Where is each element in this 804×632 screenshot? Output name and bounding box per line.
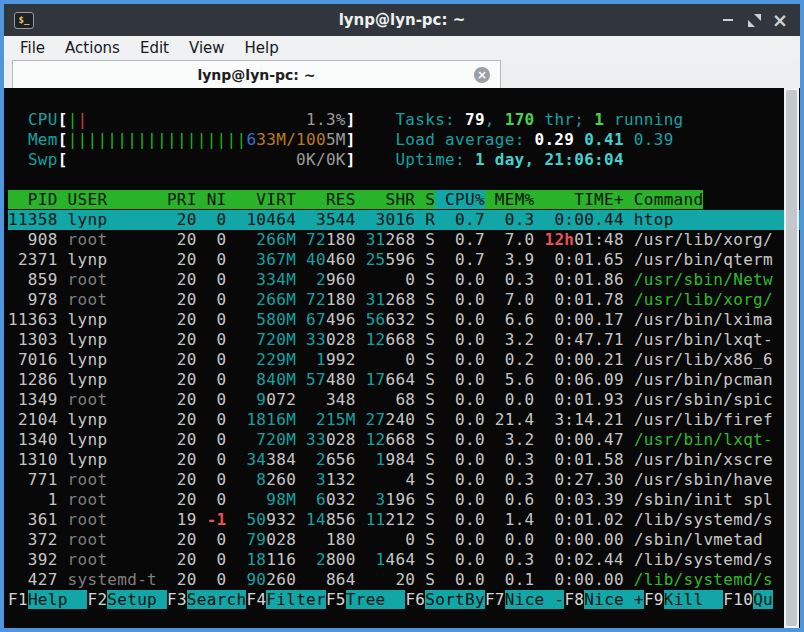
cell-pid: 771 bbox=[8, 470, 58, 489]
cell-cpu: 0.0 bbox=[435, 550, 485, 569]
process-row[interactable]: 7016 lynp 20 0 229M 1992 0 S 0.0 0.2 0:0… bbox=[8, 350, 800, 370]
process-row[interactable]: 11363 lynp 20 0 580M 67496 56632 S 0.0 6… bbox=[8, 310, 800, 330]
htop-screen: CPU[|| 1.3%] Tasks: 79, 170 thr; 1 runni… bbox=[4, 88, 800, 610]
column-header-command[interactable]: Command bbox=[624, 190, 703, 209]
column-header-pid[interactable]: PID bbox=[8, 190, 58, 209]
cell: 67 bbox=[296, 310, 326, 329]
column-header-time[interactable]: TIME+ bbox=[535, 190, 624, 209]
cell-ni: 0 bbox=[197, 550, 227, 569]
column-header-mem[interactable]: MEM% bbox=[485, 190, 535, 209]
text-segment: Uptime: bbox=[395, 150, 474, 169]
terminal-app-icon-glyph: $_ bbox=[19, 15, 30, 25]
fkey-f3[interactable]: F3Search bbox=[167, 590, 246, 609]
process-row[interactable]: 978 root 20 0 266M 72180 31268 S 0.0 7.0… bbox=[8, 290, 800, 310]
menu-item-help[interactable]: Help bbox=[235, 36, 289, 60]
column-header-res[interactable]: RES bbox=[296, 190, 356, 209]
fkey-number: F7 bbox=[485, 590, 505, 609]
cell: 17 bbox=[356, 370, 386, 389]
text-segment: ] bbox=[346, 110, 356, 129]
process-row[interactable]: 392 root 20 0 18116 2800 1464 S 0.0 0.3 … bbox=[8, 550, 800, 570]
tab-terminal[interactable]: lynp@lyn-pc: ~ × bbox=[12, 60, 501, 88]
process-row[interactable]: 2104 lynp 20 0 1816M 215M 27240 S 0.0 21… bbox=[8, 410, 800, 430]
column-header-s[interactable]: S bbox=[415, 190, 435, 209]
cell-pri: 20 bbox=[157, 210, 197, 229]
process-row[interactable]: 859 root 20 0 334M 2960 0 S 0.0 0.3 0:01… bbox=[8, 270, 800, 290]
scrollbar[interactable] bbox=[784, 88, 799, 628]
cell-mem: 0.3 bbox=[485, 270, 535, 289]
cell: 864 bbox=[296, 570, 356, 589]
cell: 668 bbox=[386, 430, 416, 449]
process-row[interactable]: 11358 lynp 20 0 10464 3544 3016 R 0.7 0.… bbox=[8, 210, 800, 230]
process-row[interactable]: 427 systemd-t 20 0 90260 864 20 S 0.0 0.… bbox=[8, 570, 800, 590]
column-header-virt[interactable]: VIRT bbox=[227, 190, 297, 209]
cell: 18 bbox=[227, 550, 267, 569]
cell-ni: 0 bbox=[197, 330, 227, 349]
column-header-shr[interactable]: SHR bbox=[356, 190, 416, 209]
cell: 856 bbox=[326, 510, 356, 529]
column-header-user[interactable]: USER bbox=[58, 190, 157, 209]
cell-pri: 19 bbox=[157, 510, 197, 529]
menu-item-view[interactable]: View bbox=[179, 36, 235, 60]
process-row[interactable]: 361 root 19 -1 50932 14856 11212 S 0.0 1… bbox=[8, 510, 800, 530]
fkey-f10[interactable]: F10Qu bbox=[723, 590, 773, 609]
cell-pri: 20 bbox=[157, 450, 197, 469]
cell-command: /usr/lib/xorg/ bbox=[624, 290, 773, 309]
text-segment: | bbox=[78, 110, 88, 129]
text-segment: 1.3% bbox=[88, 110, 346, 129]
process-row[interactable]: 1340 lynp 20 0 720M 33028 12668 S 0.0 3.… bbox=[8, 430, 800, 450]
text-segment bbox=[356, 150, 396, 169]
process-row[interactable]: 1349 root 20 0 9072 348 68 S 0.0 0.0 0:0… bbox=[8, 390, 800, 410]
cell: 11 bbox=[356, 510, 386, 529]
cell-pri: 20 bbox=[157, 250, 197, 269]
title-bar[interactable]: $_ lynp@lyn-pc: ~ × bbox=[4, 4, 800, 36]
cell-user: root bbox=[58, 270, 157, 289]
process-row[interactable]: 372 root 20 0 79028 180 0 S 0.0 0.0 0:00… bbox=[8, 530, 800, 550]
process-row[interactable]: 1286 lynp 20 0 840M 57480 17664 S 0.0 5.… bbox=[8, 370, 800, 390]
cell-cpu: 0.0 bbox=[435, 370, 485, 389]
cell-command: /usr/bin/xscre bbox=[624, 450, 773, 469]
terminal-screen[interactable]: CPU[|| 1.3%] Tasks: 79, 170 thr; 1 runni… bbox=[4, 88, 800, 628]
process-row[interactable]: 908 root 20 0 266M 72180 31268 S 0.7 7.0… bbox=[8, 230, 800, 250]
process-row[interactable]: 1 root 20 0 98M 6032 3196 S 0.0 0.6 0:03… bbox=[8, 490, 800, 510]
fkey-f2[interactable]: F2Setup bbox=[87, 590, 166, 609]
process-row[interactable]: 1303 lynp 20 0 720M 33028 12668 S 0.0 3.… bbox=[8, 330, 800, 350]
fkey-f5[interactable]: F5Tree bbox=[326, 590, 405, 609]
cell-user: root bbox=[58, 470, 157, 489]
scrollbar-thumb[interactable] bbox=[786, 90, 797, 626]
menu-item-edit[interactable]: Edit bbox=[130, 36, 179, 60]
cell-pri: 20 bbox=[157, 330, 197, 349]
menu-item-actions[interactable]: Actions bbox=[55, 36, 130, 60]
tab-bar: lynp@lyn-pc: ~ × bbox=[4, 60, 800, 88]
cell-mem: 21.4 bbox=[485, 410, 535, 429]
cell: 664 bbox=[386, 370, 416, 389]
process-row[interactable]: 2371 lynp 20 0 367M 40460 25596 S 0.7 3.… bbox=[8, 250, 800, 270]
cell: 266M bbox=[227, 290, 297, 309]
cell-cpu: 0.0 bbox=[435, 270, 485, 289]
fkey-f4[interactable]: F4Filter bbox=[246, 590, 325, 609]
text-segment: 33M/100 bbox=[256, 130, 326, 149]
process-row[interactable]: 771 root 20 0 8260 3132 4 S 0.0 0.3 0:27… bbox=[8, 470, 800, 490]
text-segment: CPU bbox=[28, 110, 58, 129]
fkey-f8[interactable]: F8Nice + bbox=[564, 590, 643, 609]
swp-meter-line: Swp[ 0K/0K] Uptime: 1 day, 21:06:04 bbox=[8, 150, 800, 170]
text-segment: 0.29 bbox=[535, 130, 585, 149]
column-header-ni[interactable]: NI bbox=[197, 190, 227, 209]
fkey-f6[interactable]: F6SortBy bbox=[405, 590, 484, 609]
text-segment: running bbox=[604, 110, 683, 129]
fkey-f9[interactable]: F9Kill bbox=[644, 590, 723, 609]
column-header-pri[interactable]: PRI bbox=[157, 190, 197, 209]
fkey-number: F2 bbox=[87, 590, 107, 609]
column-header-cpu[interactable]: CPU% bbox=[435, 190, 485, 209]
process-row[interactable]: 1310 lynp 20 0 34384 2656 1984 S 0.0 0.3… bbox=[8, 450, 800, 470]
restore-button[interactable] bbox=[744, 10, 764, 30]
cell: 31 bbox=[356, 290, 386, 309]
close-button[interactable]: × bbox=[770, 10, 790, 30]
cell-mem: 0.0 bbox=[485, 390, 535, 409]
tab-close-icon[interactable]: × bbox=[474, 67, 490, 83]
minimize-button[interactable] bbox=[718, 10, 738, 30]
fkey-f7[interactable]: F7Nice - bbox=[485, 590, 564, 609]
fkey-f1[interactable]: F1Help bbox=[8, 590, 87, 609]
cell-time: 0:01.58 bbox=[535, 450, 624, 469]
cell-cpu: 0.0 bbox=[435, 390, 485, 409]
menu-item-file[interactable]: File bbox=[10, 36, 55, 60]
